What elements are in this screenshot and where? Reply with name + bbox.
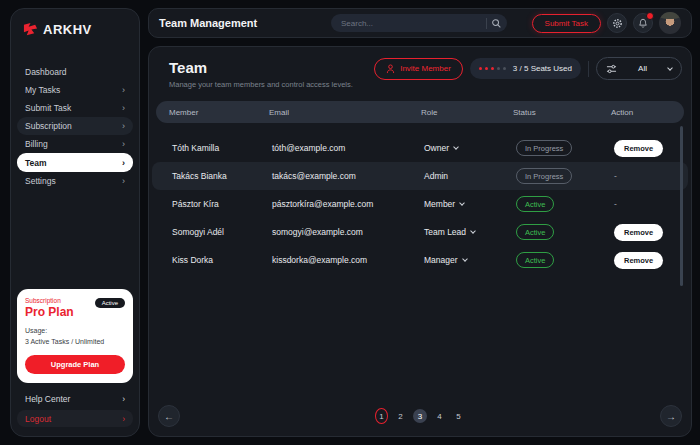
submit-task-button[interactable]: Submit Task (532, 14, 601, 33)
remove-button[interactable]: Remove (614, 140, 663, 157)
next-page-button[interactable]: → (660, 405, 682, 427)
invite-member-label: Invite Member (400, 64, 451, 73)
settings-button[interactable] (607, 13, 627, 33)
section-subtitle: Manage your team members and control acc… (169, 80, 677, 89)
sidebar-item-label: Settings (25, 176, 56, 186)
user-avatar[interactable] (659, 12, 681, 34)
page-button-5[interactable]: 5 (452, 408, 465, 424)
col-status: Status (513, 108, 611, 117)
remove-button[interactable]: Remove (614, 224, 663, 241)
role-label: Team Lead (424, 227, 466, 237)
sidebar-item-label: Submit Task (25, 103, 71, 113)
role-dropdown[interactable]: Member (424, 199, 516, 209)
chevron-down-icon (453, 144, 459, 150)
no-action-dash: - (614, 171, 617, 181)
table-header: Member Email Role Status Action (156, 101, 684, 123)
team-panel-header: Team Manage your team members and contro… (149, 47, 691, 101)
table-body: Tóth Kamilla tóth@example.com Owner In P… (149, 134, 691, 274)
col-role: Role (421, 108, 513, 117)
notification-badge (646, 12, 654, 20)
table-row: Somogyi Adél somogyi@example.com Team Le… (152, 218, 688, 246)
member-email: tóth@example.com (272, 143, 424, 153)
chevron-right-icon: › (122, 394, 125, 404)
logout-link[interactable]: Logout › (17, 410, 133, 427)
page-button-1[interactable]: 1 (375, 408, 388, 424)
member-name: Tóth Kamilla (172, 143, 272, 153)
action-cell: - (614, 171, 688, 181)
action-cell: Remove (614, 252, 688, 269)
status-cell: Active (516, 196, 614, 212)
seat-dot (491, 67, 495, 71)
sidebar-nav: Dashboard My Tasks › Submit Task › Subsc… (11, 49, 139, 190)
chevron-right-icon: › (122, 158, 125, 168)
sidebar-item-billing[interactable]: Billing › (17, 135, 133, 153)
role-label: Member (424, 199, 455, 209)
member-name: Takács Bianka (172, 171, 272, 181)
sidebar-item-label: Team (25, 158, 47, 168)
chevron-right-icon: › (122, 176, 125, 186)
member-email: takács@example.com (272, 171, 424, 181)
status-badge: Active (516, 224, 554, 240)
role-label: Manager (424, 255, 458, 265)
chevron-right-icon: › (122, 103, 125, 113)
search-input[interactable]: Search... (331, 14, 507, 32)
person-icon (386, 64, 395, 74)
chevron-right-icon: › (122, 414, 125, 424)
col-member: Member (169, 108, 269, 117)
status-cell: Active (516, 252, 614, 268)
seats-used-label: 3 / 5 Seats Used (513, 64, 572, 73)
sidebar-footer: Help Center › Logout › (17, 390, 133, 427)
chevron-right-icon: › (122, 139, 125, 149)
page-button-4[interactable]: 4 (433, 408, 446, 424)
member-name: Kiss Dorka (172, 255, 272, 265)
col-action: Action (611, 108, 684, 117)
sidebar-item-dashboard[interactable]: Dashboard (17, 63, 133, 81)
sidebar-item-team[interactable]: Team › (17, 153, 133, 172)
table-row: Tóth Kamilla tóth@example.com Owner In P… (152, 134, 688, 162)
sidebar: ARKHV Dashboard My Tasks › Submit Task ›… (10, 8, 140, 437)
upgrade-plan-button[interactable]: Upgrade Plan (25, 355, 125, 374)
brand-name: ARKHV (43, 22, 92, 37)
sidebar-item-submit-task[interactable]: Submit Task › (17, 99, 133, 117)
search-placeholder: Search... (341, 19, 486, 28)
page-button-2[interactable]: 2 (394, 408, 407, 424)
invite-member-button[interactable]: Invite Member (374, 58, 463, 80)
page-button-3[interactable]: 3 (413, 409, 427, 423)
gear-icon (612, 18, 623, 29)
page-numbers: 12345 (375, 408, 465, 424)
plan-usage: Usage: 3 Active Tasks / Unlimited (25, 326, 125, 347)
role-dropdown[interactable]: Owner (424, 143, 516, 153)
seat-dot (485, 67, 489, 71)
filter-icon (606, 64, 617, 74)
sidebar-item-my-tasks[interactable]: My Tasks › (17, 81, 133, 99)
role-dropdown[interactable]: Team Lead (424, 227, 516, 237)
logout-label: Logout (25, 414, 51, 424)
sidebar-item-subscription[interactable]: Subscription › (17, 117, 133, 135)
divider (486, 18, 487, 29)
pagination: ← 12345 → (158, 405, 682, 427)
member-email: pásztorkíra@example.com (272, 199, 424, 209)
status-cell: In Progress (516, 168, 614, 184)
help-center-link[interactable]: Help Center › (17, 390, 133, 407)
action-cell: - (614, 199, 688, 209)
previous-page-button[interactable]: ← (158, 405, 180, 427)
action-cell: Remove (614, 140, 688, 157)
arkhv-logo-icon (23, 22, 38, 37)
plan-usage-label: Usage: (25, 326, 125, 337)
status-badge: Active (516, 252, 554, 268)
notifications-button[interactable] (633, 13, 653, 33)
chevron-right-icon: › (122, 121, 125, 131)
chevron-down-icon (462, 256, 468, 262)
table-scrollbar[interactable] (680, 126, 683, 286)
sidebar-item-settings[interactable]: Settings › (17, 172, 133, 190)
filter-dropdown[interactable]: All (596, 57, 682, 80)
filter-selected-value: All (638, 64, 647, 73)
help-center-label: Help Center (25, 394, 70, 404)
remove-button[interactable]: Remove (614, 252, 663, 269)
role-dropdown[interactable]: Manager (424, 255, 516, 265)
seat-dot (497, 67, 501, 71)
search-icon[interactable] (491, 18, 502, 29)
app-root: ARKHV Dashboard My Tasks › Submit Task ›… (0, 0, 700, 445)
plan-usage-value: 3 Active Tasks / Unlimited (25, 337, 125, 348)
topbar-actions: Submit Task (532, 12, 681, 34)
